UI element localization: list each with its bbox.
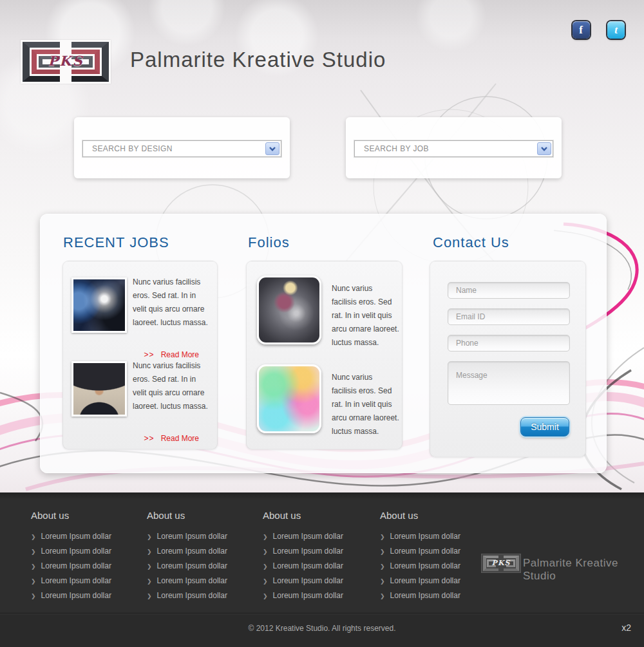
job-photo-umbrella <box>71 361 127 417</box>
folio-photo-colorful[interactable] <box>257 364 321 433</box>
footer-link-label: Loreum Ipsum dollar <box>273 576 343 585</box>
recent-jobs-heading: RECENT JOBS <box>63 234 169 251</box>
footer-link[interactable]: ❯Loreum Ipsum dollar <box>263 591 372 600</box>
page: PKS Palmarite Kreative Studio f t SEARCH… <box>0 0 644 647</box>
footer-column-heading: About us <box>31 510 140 521</box>
search-by-job-card: SEARCH BY JOB <box>346 117 562 178</box>
footer-link[interactable]: ❯Loreum Ipsum dollar <box>263 547 372 556</box>
arrow-right-icon: ❯ <box>380 563 385 570</box>
folios-heading: Folios <box>248 234 290 251</box>
footer-link-label: Loreum Ipsum dollar <box>273 532 343 541</box>
footer-link[interactable]: ❯Loreum Ipsum dollar <box>147 547 256 556</box>
arrow-right-icon: ❯ <box>380 534 385 540</box>
footer-link-label: Loreum Ipsum dollar <box>157 532 227 541</box>
footer-link[interactable]: ❯Loreum Ipsum dollar <box>31 547 140 556</box>
footer-link[interactable]: ❯Loreum Ipsum dollar <box>263 561 372 570</box>
read-more-arrows: >> <box>144 350 155 359</box>
search-by-design-card: SEARCH BY DESIGN <box>74 117 290 178</box>
chevron-down-icon[interactable] <box>537 142 551 155</box>
arrow-right-icon: ❯ <box>263 549 268 555</box>
footer-link[interactable]: ❯Loreum Ipsum dollar <box>380 576 489 585</box>
footer-link[interactable]: ❯Loreum Ipsum dollar <box>380 591 489 600</box>
footer-link-label: Loreum Ipsum dollar <box>390 576 460 585</box>
arrow-right-icon: ❯ <box>380 578 385 585</box>
scale-note: x2 <box>621 623 631 633</box>
footer-link-label: Loreum Ipsum dollar <box>41 576 111 585</box>
footer-link[interactable]: ❯Loreum Ipsum dollar <box>263 576 372 585</box>
footer-link[interactable]: ❯Loreum Ipsum dollar <box>31 561 140 570</box>
job-item-text: Nunc varius facilisis eros. Sed rat. In … <box>133 359 211 413</box>
footer-link[interactable]: ❯Loreum Ipsum dollar <box>147 591 256 600</box>
footer-link[interactable]: ❯Loreum Ipsum dollar <box>380 561 489 570</box>
footer-link-label: Loreum Ipsum dollar <box>390 547 460 556</box>
footer-link[interactable]: ❯Loreum Ipsum dollar <box>147 576 256 585</box>
arrow-right-icon: ❯ <box>380 593 385 599</box>
read-more-label: Read More <box>161 434 199 443</box>
job-item-text: Nunc varius facilisis eros. Sed rat. In … <box>133 276 211 330</box>
footer-link-label: Loreum Ipsum dollar <box>390 591 460 600</box>
footer-column: About us ❯Loreum Ipsum dollar ❯Loreum Ip… <box>263 510 372 606</box>
site-logo[interactable]: PKS <box>21 40 111 84</box>
footer-brand-text: Palmarite Kreative Studio <box>523 557 644 583</box>
footer-link[interactable]: ❯Loreum Ipsum dollar <box>380 532 489 541</box>
read-more-link[interactable]: >>Read More <box>144 434 199 443</box>
submit-button[interactable]: Submit <box>520 417 569 436</box>
name-field[interactable] <box>448 282 570 299</box>
footer-link-label: Loreum Ipsum dollar <box>390 532 460 541</box>
footer-column-heading: About us <box>380 510 489 521</box>
job-photo-globe <box>71 277 127 333</box>
footer-link[interactable]: ❯Loreum Ipsum dollar <box>147 561 256 570</box>
footer-link[interactable]: ❯Loreum Ipsum dollar <box>380 547 489 556</box>
footer-link[interactable]: ❯Loreum Ipsum dollar <box>263 532 372 541</box>
arrow-right-icon: ❯ <box>147 549 152 555</box>
footer-link-label: Loreum Ipsum dollar <box>41 561 111 570</box>
message-field[interactable] <box>448 361 570 405</box>
arrow-right-icon: ❯ <box>263 578 268 585</box>
arrow-right-icon: ❯ <box>31 563 36 570</box>
footer-column-heading: About us <box>147 510 256 521</box>
footer-column: About us ❯Loreum Ipsum dollar ❯Loreum Ip… <box>147 510 256 606</box>
footer-link[interactable]: ❯Loreum Ipsum dollar <box>31 576 140 585</box>
read-more-label: Read More <box>161 350 199 359</box>
recent-jobs-panel: Nunc varius facilisis eros. Sed rat. In … <box>62 261 218 449</box>
footer-link[interactable]: ❯Loreum Ipsum dollar <box>147 532 256 541</box>
contact-panel: Submit <box>430 261 586 457</box>
footer-column-heading: About us <box>263 510 372 521</box>
arrow-right-icon: ❯ <box>263 534 268 540</box>
read-more-link[interactable]: >>Read More <box>144 350 199 359</box>
footer-link-label: Loreum Ipsum dollar <box>41 547 111 556</box>
footer-link-label: Loreum Ipsum dollar <box>41 591 111 600</box>
footer-link-label: Loreum Ipsum dollar <box>157 576 227 585</box>
folio-photo-dancer[interactable] <box>257 276 321 344</box>
footer-link-label: Loreum Ipsum dollar <box>41 532 111 541</box>
twitter-icon[interactable]: t <box>607 21 625 39</box>
arrow-right-icon: ❯ <box>147 578 152 585</box>
arrow-right-icon: ❯ <box>263 593 268 599</box>
read-more-arrows: >> <box>144 434 155 443</box>
arrow-right-icon: ❯ <box>263 563 268 570</box>
arrow-right-icon: ❯ <box>31 549 36 555</box>
arrow-right-icon: ❯ <box>147 534 152 540</box>
arrow-right-icon: ❯ <box>147 593 152 599</box>
search-by-job-select[interactable]: SEARCH BY JOB <box>354 140 553 157</box>
social-links: f t <box>558 21 625 39</box>
footer-link[interactable]: ❯Loreum Ipsum dollar <box>31 532 140 541</box>
phone-field[interactable] <box>448 335 570 352</box>
arrow-right-icon: ❯ <box>380 549 385 555</box>
footer-link-label: Loreum Ipsum dollar <box>273 561 343 570</box>
folios-panel: Nunc varius facilisis eros. Sed rat. In … <box>246 261 402 449</box>
footer-link-label: Loreum Ipsum dollar <box>390 561 460 570</box>
logo-monogram: PKS <box>21 53 111 69</box>
facebook-icon[interactable]: f <box>573 21 590 39</box>
search-by-design-label: SEARCH BY DESIGN <box>92 144 173 153</box>
search-by-job-label: SEARCH BY JOB <box>364 144 429 153</box>
footer-link[interactable]: ❯Loreum Ipsum dollar <box>31 591 140 600</box>
chevron-down-icon[interactable] <box>265 142 279 155</box>
copyright-text: © 2012 Kreative Studio. All rights reser… <box>0 624 644 633</box>
footer-link-label: Loreum Ipsum dollar <box>273 547 343 556</box>
arrow-right-icon: ❯ <box>31 534 36 540</box>
email-field[interactable] <box>448 308 570 325</box>
folio-item-text: Nunc varius facilisis eros. Sed rat. In … <box>332 371 399 438</box>
search-by-design-select[interactable]: SEARCH BY DESIGN <box>82 140 281 157</box>
footer-column: About us ❯Loreum Ipsum dollar ❯Loreum Ip… <box>31 510 140 606</box>
